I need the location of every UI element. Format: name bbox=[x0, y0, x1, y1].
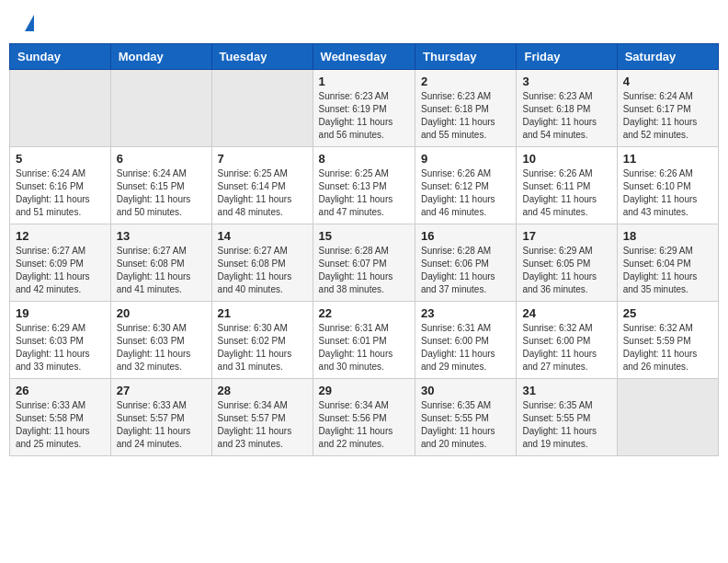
calendar-cell: 8Sunrise: 6:25 AM Sunset: 6:13 PM Daylig… bbox=[313, 147, 415, 224]
cell-content: Sunrise: 6:32 AM Sunset: 6:00 PM Dayligh… bbox=[522, 322, 610, 373]
cell-content: Sunrise: 6:26 AM Sunset: 6:11 PM Dayligh… bbox=[522, 167, 610, 219]
calendar-cell: 10Sunrise: 6:26 AM Sunset: 6:11 PM Dayli… bbox=[517, 147, 617, 224]
day-number: 19 bbox=[16, 306, 105, 320]
day-number: 31 bbox=[522, 384, 610, 397]
cell-content: Sunrise: 6:27 AM Sunset: 6:09 PM Dayligh… bbox=[16, 245, 105, 296]
cell-content: Sunrise: 6:24 AM Sunset: 6:17 PM Dayligh… bbox=[623, 90, 712, 142]
day-number: 6 bbox=[117, 152, 206, 166]
day-number: 5 bbox=[16, 152, 105, 166]
calendar-cell: 17Sunrise: 6:29 AM Sunset: 6:05 PM Dayli… bbox=[517, 224, 617, 302]
day-number: 1 bbox=[319, 75, 409, 88]
day-number: 8 bbox=[319, 152, 409, 166]
calendar-cell: 12Sunrise: 6:27 AM Sunset: 6:09 PM Dayli… bbox=[10, 224, 111, 302]
calendar-cell bbox=[211, 70, 313, 147]
calendar-cell: 16Sunrise: 6:28 AM Sunset: 6:06 PM Dayli… bbox=[415, 224, 517, 302]
weekday-header-row: SundayMondayTuesdayWednesdayThursdayFrid… bbox=[10, 44, 719, 70]
calendar-cell bbox=[10, 70, 111, 147]
calendar-cell: 29Sunrise: 6:34 AM Sunset: 5:56 PM Dayli… bbox=[313, 379, 415, 456]
weekday-header-sunday: Sunday bbox=[10, 44, 111, 70]
logo bbox=[23, 18, 34, 31]
day-number: 9 bbox=[421, 152, 510, 166]
day-number: 18 bbox=[623, 229, 712, 243]
cell-content: Sunrise: 6:27 AM Sunset: 6:08 PM Dayligh… bbox=[218, 245, 307, 296]
calendar-cell: 20Sunrise: 6:30 AM Sunset: 6:03 PM Dayli… bbox=[110, 302, 211, 379]
cell-content: Sunrise: 6:34 AM Sunset: 5:57 PM Dayligh… bbox=[218, 399, 307, 451]
calendar-week-row: 1Sunrise: 6:23 AM Sunset: 6:19 PM Daylig… bbox=[10, 70, 719, 147]
cell-content: Sunrise: 6:33 AM Sunset: 5:58 PM Dayligh… bbox=[16, 399, 105, 451]
cell-content: Sunrise: 6:26 AM Sunset: 6:10 PM Dayligh… bbox=[623, 167, 712, 219]
calendar-cell: 13Sunrise: 6:27 AM Sunset: 6:08 PM Dayli… bbox=[110, 224, 211, 302]
cell-content: Sunrise: 6:24 AM Sunset: 6:15 PM Dayligh… bbox=[117, 167, 206, 219]
calendar-week-row: 12Sunrise: 6:27 AM Sunset: 6:09 PM Dayli… bbox=[10, 224, 719, 302]
calendar-cell: 1Sunrise: 6:23 AM Sunset: 6:19 PM Daylig… bbox=[313, 70, 415, 147]
day-number: 15 bbox=[319, 229, 409, 243]
day-number: 4 bbox=[623, 75, 712, 88]
calendar-week-row: 19Sunrise: 6:29 AM Sunset: 6:03 PM Dayli… bbox=[10, 302, 719, 379]
weekday-header-wednesday: Wednesday bbox=[313, 44, 415, 70]
calendar-table: SundayMondayTuesdayWednesdayThursdayFrid… bbox=[9, 43, 719, 456]
cell-content: Sunrise: 6:28 AM Sunset: 6:06 PM Dayligh… bbox=[421, 245, 510, 296]
cell-content: Sunrise: 6:29 AM Sunset: 6:03 PM Dayligh… bbox=[16, 322, 105, 373]
day-number: 10 bbox=[522, 152, 610, 166]
day-number: 30 bbox=[421, 384, 510, 397]
calendar-cell: 30Sunrise: 6:35 AM Sunset: 5:55 PM Dayli… bbox=[415, 379, 517, 456]
cell-content: Sunrise: 6:23 AM Sunset: 6:18 PM Dayligh… bbox=[522, 90, 610, 142]
cell-content: Sunrise: 6:35 AM Sunset: 5:55 PM Dayligh… bbox=[421, 399, 510, 451]
day-number: 21 bbox=[218, 306, 307, 320]
cell-content: Sunrise: 6:27 AM Sunset: 6:08 PM Dayligh… bbox=[117, 245, 206, 296]
day-number: 27 bbox=[117, 384, 206, 397]
weekday-header-tuesday: Tuesday bbox=[211, 44, 313, 70]
page-header bbox=[9, 9, 719, 36]
day-number: 7 bbox=[218, 152, 307, 166]
calendar-cell: 4Sunrise: 6:24 AM Sunset: 6:17 PM Daylig… bbox=[617, 70, 718, 147]
cell-content: Sunrise: 6:24 AM Sunset: 6:16 PM Dayligh… bbox=[16, 167, 105, 219]
logo-triangle-icon bbox=[25, 15, 34, 31]
calendar-cell: 19Sunrise: 6:29 AM Sunset: 6:03 PM Dayli… bbox=[10, 302, 111, 379]
day-number: 3 bbox=[522, 75, 610, 88]
cell-content: Sunrise: 6:32 AM Sunset: 5:59 PM Dayligh… bbox=[623, 322, 712, 373]
calendar-cell: 26Sunrise: 6:33 AM Sunset: 5:58 PM Dayli… bbox=[10, 379, 111, 456]
cell-content: Sunrise: 6:25 AM Sunset: 6:13 PM Dayligh… bbox=[319, 167, 409, 219]
day-number: 22 bbox=[319, 306, 409, 320]
calendar-cell bbox=[110, 70, 211, 147]
calendar-cell: 5Sunrise: 6:24 AM Sunset: 6:16 PM Daylig… bbox=[10, 147, 111, 224]
cell-content: Sunrise: 6:31 AM Sunset: 6:01 PM Dayligh… bbox=[319, 322, 409, 373]
weekday-header-thursday: Thursday bbox=[415, 44, 517, 70]
cell-content: Sunrise: 6:33 AM Sunset: 5:57 PM Dayligh… bbox=[117, 399, 206, 451]
day-number: 2 bbox=[421, 75, 510, 88]
calendar-body: 1Sunrise: 6:23 AM Sunset: 6:19 PM Daylig… bbox=[10, 70, 719, 456]
cell-content: Sunrise: 6:28 AM Sunset: 6:07 PM Dayligh… bbox=[319, 245, 409, 296]
day-number: 11 bbox=[623, 152, 712, 166]
calendar-cell: 27Sunrise: 6:33 AM Sunset: 5:57 PM Dayli… bbox=[110, 379, 211, 456]
cell-content: Sunrise: 6:25 AM Sunset: 6:14 PM Dayligh… bbox=[218, 167, 307, 219]
day-number: 23 bbox=[421, 306, 510, 320]
calendar-cell: 28Sunrise: 6:34 AM Sunset: 5:57 PM Dayli… bbox=[211, 379, 313, 456]
calendar-week-row: 5Sunrise: 6:24 AM Sunset: 6:16 PM Daylig… bbox=[10, 147, 719, 224]
calendar-cell: 23Sunrise: 6:31 AM Sunset: 6:00 PM Dayli… bbox=[415, 302, 517, 379]
calendar-header: SundayMondayTuesdayWednesdayThursdayFrid… bbox=[10, 44, 719, 70]
cell-content: Sunrise: 6:30 AM Sunset: 6:03 PM Dayligh… bbox=[117, 322, 206, 373]
day-number: 29 bbox=[319, 384, 409, 397]
day-number: 14 bbox=[218, 229, 307, 243]
calendar-cell: 11Sunrise: 6:26 AM Sunset: 6:10 PM Dayli… bbox=[617, 147, 718, 224]
day-number: 17 bbox=[522, 229, 610, 243]
day-number: 25 bbox=[623, 306, 712, 320]
calendar-cell: 24Sunrise: 6:32 AM Sunset: 6:00 PM Dayli… bbox=[517, 302, 617, 379]
weekday-header-friday: Friday bbox=[517, 44, 617, 70]
cell-content: Sunrise: 6:31 AM Sunset: 6:00 PM Dayligh… bbox=[421, 322, 510, 373]
cell-content: Sunrise: 6:23 AM Sunset: 6:18 PM Dayligh… bbox=[421, 90, 510, 142]
cell-content: Sunrise: 6:26 AM Sunset: 6:12 PM Dayligh… bbox=[421, 167, 510, 219]
day-number: 26 bbox=[16, 384, 105, 397]
day-number: 13 bbox=[117, 229, 206, 243]
calendar-cell: 31Sunrise: 6:35 AM Sunset: 5:55 PM Dayli… bbox=[517, 379, 617, 456]
weekday-header-saturday: Saturday bbox=[617, 44, 718, 70]
calendar-cell: 9Sunrise: 6:26 AM Sunset: 6:12 PM Daylig… bbox=[415, 147, 517, 224]
calendar-cell: 18Sunrise: 6:29 AM Sunset: 6:04 PM Dayli… bbox=[617, 224, 718, 302]
cell-content: Sunrise: 6:30 AM Sunset: 6:02 PM Dayligh… bbox=[218, 322, 307, 373]
calendar-cell bbox=[617, 379, 718, 456]
cell-content: Sunrise: 6:29 AM Sunset: 6:05 PM Dayligh… bbox=[522, 245, 610, 296]
cell-content: Sunrise: 6:23 AM Sunset: 6:19 PM Dayligh… bbox=[319, 90, 409, 142]
day-number: 12 bbox=[16, 229, 105, 243]
calendar-cell: 2Sunrise: 6:23 AM Sunset: 6:18 PM Daylig… bbox=[415, 70, 517, 147]
calendar-cell: 22Sunrise: 6:31 AM Sunset: 6:01 PM Dayli… bbox=[313, 302, 415, 379]
